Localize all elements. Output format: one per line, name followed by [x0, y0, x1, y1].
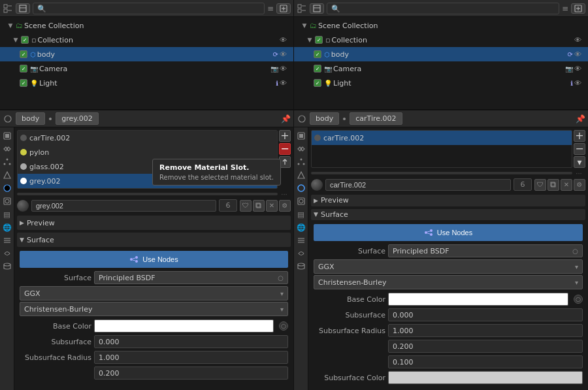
body-eye-right[interactable]: 👁 [574, 50, 585, 59]
cb-dropdown-left[interactable]: Christensen-Burley [20, 302, 288, 316]
slot-carTire002-right[interactable]: carTire.002 [312, 131, 572, 145]
mat-copy-left[interactable] [253, 200, 265, 212]
sidebar-scene-left[interactable]: ▤ [1, 208, 13, 220]
body-eye-left[interactable]: 👁 [280, 50, 291, 59]
subsurface-radius-x-left[interactable]: 1.000 [94, 351, 288, 364]
collection-item-left[interactable]: ▼ ✓ ▫ Collection 👁 [0, 33, 293, 47]
tab-body-left[interactable]: body [16, 112, 45, 125]
preview-section-right[interactable]: Preview [311, 195, 585, 206]
move-slot-btn-right[interactable]: ▾ [574, 156, 585, 168]
ggx-dropdown-right[interactable]: GGX [314, 259, 583, 274]
search-input-right[interactable] [327, 3, 559, 14]
sidebar-scene-right[interactable]: ▤ [295, 208, 307, 220]
light-item-right[interactable]: ✓ 💡 Light ℹ 👁 [294, 76, 588, 90]
body-item-right[interactable]: ✓ ⬡ body ⟳ 👁 [294, 47, 588, 61]
sidebar-render-left[interactable] [1, 195, 13, 207]
tab-material-right[interactable]: carTire.002 [350, 112, 402, 125]
sidebar-modifier-left[interactable] [1, 143, 13, 155]
camera-item-right[interactable]: ✓ 📷 Camera 📷 👁 [294, 61, 588, 76]
surface-section-right[interactable]: Surface [311, 209, 585, 221]
sidebar-physics-left[interactable] [1, 169, 13, 181]
use-nodes-btn-left[interactable]: Use Nodes [20, 251, 288, 268]
ggx-dropdown-left[interactable]: GGX [20, 286, 288, 301]
use-nodes-btn-right[interactable]: Use Nodes [314, 224, 583, 241]
cb-dropdown-right[interactable]: Christensen-Burley [314, 275, 583, 289]
add-slot-btn-left[interactable]: + [279, 130, 291, 142]
collection-item-right[interactable]: ▼ ✓ ▫ Collection 👁 [294, 33, 588, 47]
view-btn-left[interactable] [16, 3, 30, 14]
sidebar-world-left[interactable]: 🌐 [1, 221, 13, 233]
sidebar-object-right[interactable] [295, 130, 307, 142]
sidebar-world-right[interactable]: 🌐 [295, 221, 307, 233]
slot-pylon-left[interactable]: pylon [18, 145, 277, 159]
sidebar-modifier-right[interactable] [295, 143, 307, 155]
slot-carTire002-left[interactable]: carTire.002 [18, 131, 277, 145]
light-item-left[interactable]: ✓ 💡 Light ℹ 👁 [0, 76, 293, 90]
subsurface-value-left[interactable]: 0.000 [94, 335, 288, 348]
mat-copy-right[interactable] [547, 179, 559, 191]
base-color-swatch-left[interactable] [94, 319, 274, 333]
base-color-dot-right[interactable]: ○ [574, 295, 583, 304]
add-btn-right[interactable] [571, 3, 585, 14]
sidebar-data-left[interactable] [1, 261, 13, 272]
body-item-left[interactable]: ✓ ⬡ body ⟳ 👁 [0, 47, 293, 61]
sidebar-data-right[interactable] [295, 261, 307, 272]
add-slot-btn-right[interactable]: + [574, 130, 585, 142]
pin-icon-right[interactable]: 📌 [576, 114, 585, 123]
sidebar-physics-right[interactable] [295, 169, 307, 181]
sidebar-obj-props-right[interactable] [295, 235, 307, 246]
view-btn-right[interactable] [310, 3, 324, 14]
sidebar-obj-props-left[interactable] [1, 235, 13, 246]
subsurface-radius-x-right[interactable]: 1.000 [388, 324, 583, 337]
mat-shield-right[interactable]: 🛡 [534, 179, 546, 191]
filter-icon-right[interactable]: ≡ [562, 4, 568, 13]
remove-slot-btn-right[interactable]: − [574, 143, 585, 155]
coll-eye-right[interactable]: 👁 [574, 36, 585, 44]
slot-grey002-left[interactable]: grey.002 [18, 174, 277, 188]
left-scrollbar[interactable] [17, 193, 278, 195]
subsurface-radius-z-right[interactable]: 0.100 [388, 355, 583, 368]
sidebar-particle-right[interactable] [295, 156, 307, 168]
camera-eye-left[interactable]: 👁 [280, 65, 291, 73]
right-scrollbar[interactable] [311, 172, 572, 174]
surface-type-value-right[interactable]: Principled BSDF ○ [388, 244, 583, 257]
base-color-dot-left[interactable]: ○ [279, 321, 288, 331]
light-eye-right[interactable]: 👁 [574, 79, 585, 88]
sidebar-render-right[interactable] [295, 195, 307, 207]
mat-close-left[interactable]: ✕ [266, 200, 278, 212]
sidebar-material-left[interactable] [1, 182, 13, 194]
mat-name-input-left[interactable] [31, 200, 216, 212]
sidebar-material-right[interactable] [295, 182, 307, 194]
base-color-swatch-right[interactable] [388, 293, 568, 306]
mat-close-right[interactable]: ✕ [561, 179, 572, 191]
pin-icon-left[interactable]: 📌 [281, 114, 291, 123]
camera-item-left[interactable]: ✓ 📷 Camera 📷 👁 [0, 61, 293, 76]
tab-material-left[interactable]: grey.002 [56, 112, 98, 125]
surface-section-left[interactable]: Surface [17, 233, 291, 247]
subsurface-radius-y-right[interactable]: 0.200 [388, 340, 583, 353]
preview-section-left[interactable]: Preview [17, 216, 291, 230]
add-btn-left[interactable] [276, 3, 291, 14]
tab-body-right[interactable]: body [310, 112, 339, 125]
scene-collection-right[interactable]: ▼ 🗂 Scene Collection [294, 18, 588, 33]
coll-eye-left[interactable]: 👁 [280, 36, 291, 44]
mat-name-input-right[interactable] [325, 179, 511, 191]
subsurface-value-right[interactable]: 0.000 [388, 308, 583, 321]
scene-collection-left[interactable]: ▼ 🗂 Scene Collection [0, 18, 293, 33]
sidebar-particle-left[interactable] [1, 156, 13, 168]
sidebar-object-left[interactable] [1, 130, 13, 142]
remove-slot-btn-left[interactable]: − [279, 143, 291, 155]
slot-glass002-left[interactable]: glass.002 [18, 159, 277, 174]
sidebar-constraints-right[interactable] [295, 248, 307, 259]
light-eye-left[interactable]: 👁 [280, 79, 291, 88]
mat-shield-left[interactable]: 🛡 [240, 200, 252, 212]
mat-settings-right[interactable]: ⚙ [574, 179, 585, 191]
camera-eye-right[interactable]: 👁 [574, 65, 585, 73]
surface-type-value-left[interactable]: Principled BSDF ○ [94, 271, 288, 284]
sidebar-constraints-left[interactable] [1, 248, 13, 259]
subsurface-radius-y-left[interactable]: 0.200 [94, 366, 288, 380]
mat-settings-left[interactable]: ⚙ [279, 200, 291, 212]
move-slot-btn-left[interactable] [279, 156, 291, 168]
subsurface-color-swatch-right[interactable] [388, 371, 583, 384]
search-input-left[interactable] [33, 3, 265, 14]
